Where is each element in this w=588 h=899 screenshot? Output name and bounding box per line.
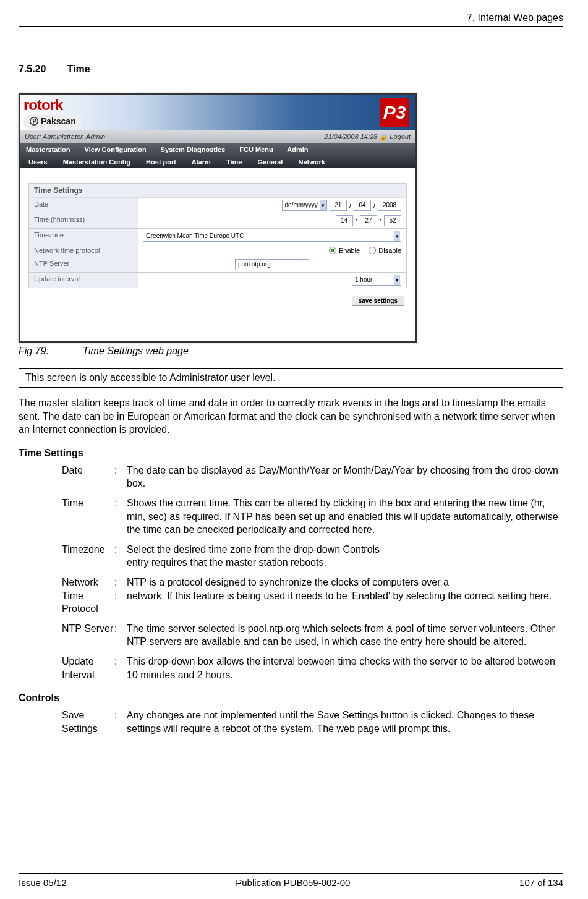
date-day[interactable]: 21 [330, 200, 347, 211]
ntp-disable-label: Disable [378, 247, 401, 254]
user-bar: User: Administrator, Admin 21/04/2008 14… [20, 130, 415, 143]
section-number: 7.5.20 [19, 64, 46, 74]
time-settings-head: Time Settings [19, 448, 563, 459]
row-label-update: Update interval [29, 273, 138, 288]
sub-menu: Users Masterstation Config Host port Ala… [20, 156, 415, 168]
time-min[interactable]: 27 [360, 215, 377, 226]
user-info: User: Administrator, Admin [25, 133, 105, 141]
desc-timezone: Select the desired time zone from the dr… [127, 543, 563, 569]
desc-ntp: NTP is a protocol designed to synchroniz… [127, 576, 563, 602]
term-save: Save Settings [19, 709, 114, 735]
figure-caption: Fig 79: Time Settings web page [19, 346, 563, 357]
section-title: Time [67, 64, 90, 74]
desc-save: Any changes are not implemented until th… [127, 709, 563, 735]
ntp-disable-radio[interactable] [369, 247, 376, 254]
logo-rotork: rotork [23, 96, 82, 114]
term-time: Time [19, 496, 114, 510]
figure-number: Fig 79: [19, 346, 49, 356]
ntp-server-input[interactable]: pool.ntp.org [235, 259, 309, 270]
panel-title: Time Settings [28, 183, 407, 197]
update-interval-select[interactable]: 1 hour [352, 275, 401, 286]
ntp-enable-radio[interactable] [329, 247, 336, 254]
footer-center: Publication PUB059-002-00 [236, 877, 350, 888]
term-ntp: Network TimeProtocol [19, 576, 114, 616]
date-year[interactable]: 2008 [378, 200, 401, 211]
term-timezone: Timezone [19, 543, 114, 556]
main-menu: Masterstation View Configuration System … [20, 143, 415, 156]
header-rule [19, 26, 563, 27]
row-label-ntp: Network time protocol [29, 244, 138, 257]
save-settings-button[interactable]: save settings [352, 296, 404, 306]
submenu-item[interactable]: Users [28, 158, 48, 166]
submenu-item[interactable]: Masterstation Config [63, 158, 130, 166]
desc-date: The date can be displayed as Day/Month/Y… [127, 464, 563, 490]
submenu-item[interactable]: Time [226, 158, 242, 166]
controls-head: Controls [19, 692, 563, 704]
p3-logo: P3 [380, 98, 409, 127]
intro-paragraph: The master station keeps track of time a… [19, 396, 563, 437]
footer-left: Issue 05/12 [19, 877, 67, 888]
desc-update: This drop-down box allows the interval b… [127, 655, 563, 681]
term-ntpserver: NTP Server [19, 622, 114, 636]
submenu-item[interactable]: Network [298, 158, 325, 166]
date-month[interactable]: 04 [354, 200, 371, 211]
chapter-header: 7. Internal Web pages [19, 12, 563, 23]
time-hour[interactable]: 14 [336, 215, 353, 226]
page-footer: Issue 05/12 Publication PUB059-002-00 10… [19, 873, 563, 888]
panel-body: Time Settings Date dd/mm/yyyy 21 / 04 / … [20, 168, 415, 341]
date-format-select[interactable]: dd/mm/yyyy [282, 200, 327, 211]
footer-right: 107 of 134 [519, 877, 563, 888]
note-box: This screen is only accessible to Admini… [19, 368, 563, 388]
timezone-select[interactable]: Greenwich Mean Time Europe UTC [143, 231, 401, 242]
screenshot-figure: rotork Ⓟ Pakscan P3 User: Administrator,… [19, 93, 417, 343]
term-date: Date [19, 464, 114, 477]
row-label-ntpserver: NTP Server [29, 257, 138, 272]
logo-pakscan: Ⓟ Pakscan [23, 115, 82, 129]
menu-item[interactable]: FCU Menu [239, 146, 273, 153]
menu-item[interactable]: View Configuration [85, 146, 147, 153]
menu-item[interactable]: Admin [287, 146, 308, 153]
menu-item[interactable]: System Diagnostics [161, 146, 226, 153]
section-heading: 7.5.20 Time [19, 64, 563, 75]
time-sec[interactable]: 52 [384, 215, 401, 226]
desc-time: Shows the current time. This can be alte… [127, 496, 563, 537]
desc-ntpserver: The time server selected is pool.ntp.org… [127, 622, 563, 649]
submenu-item[interactable]: General [257, 158, 283, 166]
row-label-time: Time (hh:mm:ss) [29, 213, 138, 228]
menu-item[interactable]: Masterstation [26, 146, 70, 153]
banner: rotork Ⓟ Pakscan P3 [20, 95, 415, 130]
user-right: 21/04/2008 14:28 🔒 Logout [325, 133, 411, 141]
row-label-date: Date [29, 198, 138, 213]
ntp-enable-label: Enable [339, 247, 360, 254]
figure-text: Time Settings web page [82, 346, 189, 356]
term-update: Update Interval [19, 655, 114, 681]
submenu-item[interactable]: Host port [146, 158, 176, 166]
row-label-tz: Timezone [29, 229, 138, 244]
submenu-item[interactable]: Alarm [192, 158, 211, 166]
